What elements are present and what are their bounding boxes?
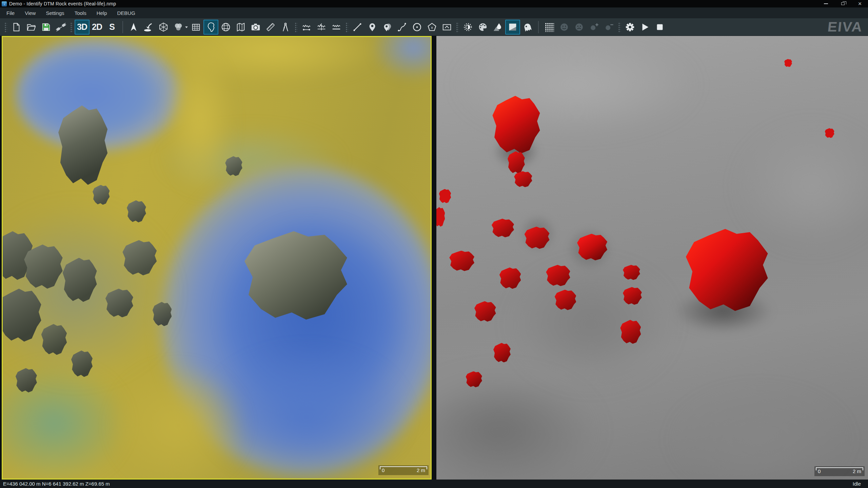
camera-icon [251, 22, 261, 32]
add-point-button[interactable] [587, 20, 601, 35]
ruler-icon [265, 22, 276, 32]
waypoint-icon [367, 22, 377, 32]
view-2d-button[interactable]: 2D [90, 20, 104, 35]
cube-3d-button[interactable] [156, 20, 171, 35]
scale-bar-left: 0 2 m [378, 465, 429, 475]
profile-baseline-button[interactable] [329, 20, 344, 35]
stop-icon [655, 22, 665, 32]
chevron-down-icon[interactable] [185, 26, 188, 28]
close-button[interactable]: × [857, 1, 863, 6]
viewport-chevron-button[interactable] [439, 20, 454, 35]
settings-button[interactable] [623, 20, 637, 35]
toolbar-grip[interactable] [346, 22, 348, 32]
save-icon [41, 22, 51, 32]
globe-button[interactable] [218, 20, 233, 35]
toolbar-grip[interactable] [70, 22, 73, 32]
dive-seabed-button[interactable] [141, 20, 156, 35]
happy-face-button[interactable] [557, 20, 572, 35]
navigation-arrow-button[interactable] [126, 20, 141, 35]
waypoint-button[interactable] [365, 20, 380, 35]
terrain-colored [3, 37, 431, 479]
measure-line-icon [352, 22, 362, 32]
view-s-button[interactable]: S [104, 20, 119, 35]
profile-points-icon [301, 22, 312, 32]
app-icon: ↓ [2, 1, 7, 6]
sad-face-button[interactable] [572, 20, 587, 35]
open-folder-button[interactable] [24, 20, 39, 35]
pentagon-x-icon: x [427, 22, 437, 32]
add-point-icon [589, 22, 599, 32]
layers-venn-icon [173, 22, 183, 32]
toolbar-grip[interactable] [4, 22, 7, 32]
title-bar: ↓ Demo - Identify DTM Rock events (Real-… [0, 0, 868, 7]
palette-icon [478, 22, 488, 32]
connect-button[interactable] [54, 20, 68, 35]
svg-text:x: x [431, 25, 433, 29]
dive-seabed-icon [143, 22, 154, 32]
waypoints-icon [382, 22, 392, 32]
play-icon [640, 22, 650, 32]
compass-divider-button[interactable] [278, 20, 293, 35]
settings-gear-icon [625, 22, 635, 32]
menu-file[interactable]: File [1, 7, 20, 18]
shading-split-button[interactable] [505, 20, 520, 35]
point-matrix-icon [545, 22, 554, 32]
toolbar: 3D 2D S [0, 18, 868, 36]
sad-face-icon [574, 22, 584, 32]
palette-button[interactable] [475, 20, 490, 35]
toolbar-separator [122, 21, 123, 33]
stop-button[interactable] [652, 20, 667, 35]
toolbar-grip[interactable] [295, 22, 297, 32]
fit-africa-icon [206, 22, 216, 32]
ghost-icon [522, 22, 533, 32]
menu-help[interactable]: Help [92, 7, 112, 18]
ruler-button[interactable] [263, 20, 278, 35]
profile-axis-icon [316, 22, 327, 32]
restore-button[interactable] [840, 1, 846, 6]
menu-debug[interactable]: DEBUG [112, 7, 140, 18]
contrast-button[interactable] [460, 20, 475, 35]
pentagon-x-button[interactable]: x [425, 20, 439, 35]
camera-button[interactable] [248, 20, 263, 35]
spline-route-icon [397, 22, 407, 32]
open-folder-icon [26, 22, 36, 32]
profile-axis-button[interactable] [314, 20, 329, 35]
water-drop-icon [493, 22, 503, 32]
cursor-coordinates: E=436 042.00 m N=6 641 392.62 m Z=69.65 … [3, 481, 853, 487]
menu-tools[interactable]: Tools [70, 7, 92, 18]
remove-point-button[interactable] [601, 20, 616, 35]
ghost-button[interactable] [520, 20, 535, 35]
profile-points-button[interactable] [299, 20, 314, 35]
viewport-left-dtm-colored[interactable]: 0 2 m [2, 36, 432, 480]
waypoints-button[interactable] [380, 20, 395, 35]
status-bar: E=436 042.00 m N=6 641 392.62 m Z=69.65 … [0, 480, 868, 488]
profile-baseline-icon [331, 22, 341, 32]
grid-button[interactable] [189, 20, 203, 35]
toolbar-grip[interactable] [456, 22, 459, 32]
menu-view[interactable]: View [20, 7, 41, 18]
fit-africa-button[interactable] [203, 20, 218, 35]
spline-route-button[interactable] [395, 20, 410, 35]
viewport-right-dtm-rocks[interactable]: 0 2 m [436, 36, 868, 480]
remove-point-icon [604, 22, 614, 32]
toolbar-grip[interactable] [618, 22, 621, 32]
play-button[interactable] [637, 20, 652, 35]
new-file-button[interactable] [9, 20, 24, 35]
water-drop-button[interactable] [490, 20, 505, 35]
minimize-icon [824, 3, 828, 4]
navigation-arrow-icon [129, 22, 139, 32]
map-button[interactable] [233, 20, 248, 35]
contrast-icon [463, 22, 473, 32]
save-button[interactable] [39, 20, 54, 35]
view-3d-button[interactable]: 3D [75, 20, 90, 35]
minimize-button[interactable] [823, 1, 829, 6]
point-matrix-button[interactable] [542, 20, 557, 35]
circle-center-icon [412, 22, 422, 32]
happy-face-icon [559, 22, 569, 32]
menu-settings[interactable]: Settings [41, 7, 69, 18]
measure-line-button[interactable] [350, 20, 365, 35]
scale-bar-right: 0 2 m [814, 466, 865, 476]
circle-center-button[interactable] [410, 20, 425, 35]
viewport-chevron-icon [442, 22, 452, 32]
layers-venn-button[interactable] [171, 20, 186, 35]
